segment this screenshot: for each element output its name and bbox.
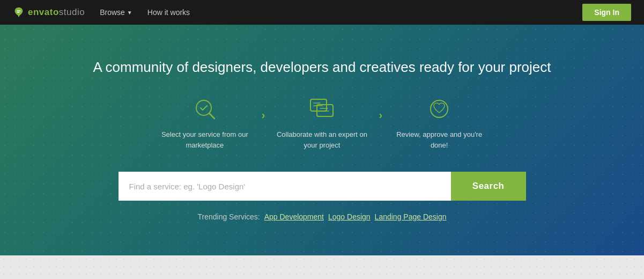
hero-title: A community of designers, developers and… — [93, 59, 551, 76]
trending-app-development[interactable]: App Development — [264, 212, 324, 221]
svg-line-1 — [209, 113, 214, 119]
step-select: Select your service from our marketplace — [157, 95, 253, 150]
signin-button[interactable]: Sign In — [582, 4, 631, 21]
step-review: Review, approve and you're done! — [391, 95, 487, 150]
hero-section: A community of designers, developers and… — [0, 25, 644, 255]
steps-container: Select your service from our marketplace… — [157, 95, 487, 150]
trending-services: Trending Services: App Development Logo … — [197, 212, 446, 221]
search-input[interactable] — [119, 172, 451, 201]
bottom-section — [0, 255, 644, 279]
search-button[interactable]: Search — [451, 172, 526, 201]
logo-text: envatostudio — [28, 7, 85, 18]
heart-icon — [425, 95, 453, 123]
arrow-icon-2: › — [379, 109, 383, 121]
step-review-label: Review, approve and you're done! — [391, 129, 487, 150]
navbar: envatostudio Browse ▼ How it works Sign … — [0, 0, 644, 25]
search-check-icon — [191, 95, 219, 123]
browse-menu[interactable]: Browse ▼ — [100, 8, 132, 17]
logo: envatostudio — [13, 6, 85, 18]
trending-label: Trending Services: — [197, 212, 260, 221]
step-collaborate-label: Collaborate with an expert on your proje… — [274, 129, 371, 150]
how-it-works-link[interactable]: How it works — [147, 8, 190, 17]
envato-logo-icon — [13, 6, 25, 18]
step-select-label: Select your service from our marketplace — [157, 129, 253, 150]
search-bar: Search — [119, 172, 526, 201]
trending-logo-design[interactable]: Logo Design — [328, 212, 371, 221]
svg-point-8 — [431, 100, 448, 118]
chevron-down-icon: ▼ — [127, 10, 132, 16]
step-collaborate: Collaborate with an expert on your proje… — [274, 95, 371, 150]
nav-left: envatostudio Browse ▼ How it works — [13, 6, 190, 18]
trending-landing-page[interactable]: Landing Page Design — [375, 212, 447, 221]
chat-icon — [308, 95, 336, 123]
arrow-icon-1: › — [262, 109, 265, 121]
